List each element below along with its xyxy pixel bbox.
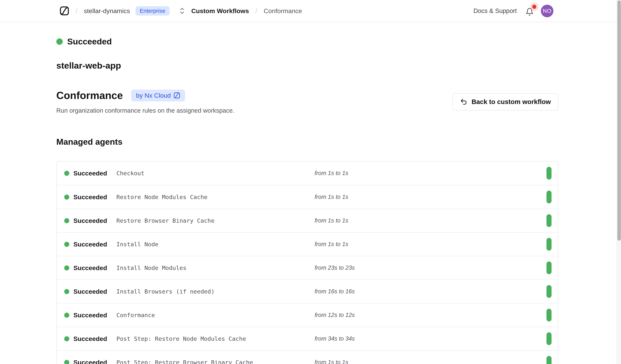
breadcrumb-separator: / [75,7,78,15]
success-dot-icon [64,218,69,223]
duration-bar-icon [547,285,552,298]
step-name: Restore Node Modules Cache [116,194,315,200]
agent-step-row[interactable]: Succeeded Install Node Modules from 23s … [57,256,558,280]
duration-bar-icon [547,214,552,227]
agent-step-row[interactable]: Succeeded Restore Browser Binary Cache f… [57,209,558,232]
back-to-custom-workflow-button[interactable]: Back to custom workflow [452,93,558,111]
step-status: Succeeded [73,217,116,224]
duration-bar-icon [547,167,552,180]
top-navigation-bar: / stellar-dynamics Enterprise Custom Wor… [0,0,617,22]
step-timing: from 1s to 1s [315,194,547,200]
step-name: Install Node [116,241,315,248]
step-status: Succeeded [73,359,116,364]
app-window: / stellar-dynamics Enterprise Custom Wor… [0,0,621,364]
step-status: Succeeded [73,241,116,248]
step-name: Install Node Modules [116,265,315,271]
step-timing: from 16s to 16s [315,288,547,295]
workspace-title: stellar-web-app [56,60,558,71]
agent-step-row[interactable]: Succeeded Install Node from 1s to 1s [57,232,558,256]
step-timing: from 23s to 23s [315,265,547,271]
by-nx-cloud-label: by Nx Cloud [136,92,171,99]
agent-step-row[interactable]: Succeeded Conformance from 12s to 12s [57,303,558,327]
step-status: Succeeded [73,264,116,272]
agent-step-row[interactable]: Succeeded Restore Node Modules Cache fro… [57,185,558,209]
step-status: Succeeded [73,335,116,342]
back-button-label: Back to custom workflow [472,98,551,106]
workflow-title: Conformance [56,89,123,101]
workflow-description: Run organization conformance rules on th… [56,107,234,114]
step-name: Restore Browser Binary Cache [116,217,315,224]
notifications-button[interactable] [525,6,534,16]
step-status: Succeeded [73,170,116,177]
nx-cloud-logo-icon [173,92,180,99]
agent-step-row[interactable]: Succeeded Checkout from 1s to 1s [57,161,558,185]
step-timing: from 12s to 12s [315,312,547,318]
enterprise-badge: Enterprise [136,6,170,16]
step-name: Checkout [116,170,315,176]
step-status: Succeeded [73,288,116,295]
success-dot-icon [56,38,63,45]
step-status: Succeeded [73,193,116,201]
run-status-label: Succeeded [67,37,112,47]
step-timing: from 1s to 1s [315,359,547,364]
undo-arrow-icon [460,98,467,106]
scrollbar-track[interactable] [617,0,621,364]
step-status: Succeeded [73,312,116,319]
agent-step-row[interactable]: Succeeded Install Browsers (if needed) f… [57,280,558,303]
bell-icon [525,8,534,16]
success-dot-icon [64,171,69,176]
step-name: Install Browsers (if needed) [116,288,315,295]
success-dot-icon [64,195,69,200]
success-dot-icon [64,242,69,247]
duration-bar-icon [547,309,552,321]
step-name: Conformance [116,312,315,318]
workflow-heading-block: Conformance by Nx Cloud Run organization… [56,89,234,114]
success-dot-icon [64,360,69,364]
duration-bar-icon [547,356,552,364]
chevron-up-down-icon[interactable] [178,7,186,15]
duration-bar-icon [547,332,552,345]
managed-agents-list: Succeeded Checkout from 1s to 1s Succeed… [56,161,558,364]
success-dot-icon [64,313,69,318]
step-timing: from 1s to 1s [315,170,547,176]
run-status: Succeeded [56,37,558,47]
success-dot-icon [64,265,69,270]
workflow-header: Conformance by Nx Cloud Run organization… [56,89,558,114]
docs-support-link[interactable]: Docs & Support [473,7,517,15]
main-content: Succeeded stellar-web-app Conformance by… [56,22,558,364]
duration-bar-icon [547,191,552,203]
step-name: Post Step: Restore Browser Binary Cache [116,359,315,364]
breadcrumb-org[interactable]: stellar-dynamics [84,7,130,15]
step-name: Post Step: Restore Node Modules Cache [116,335,315,342]
managed-agents-title: Managed agents [56,137,558,147]
success-dot-icon [64,336,69,341]
step-timing: from 34s to 34s [315,335,547,342]
breadcrumb: / stellar-dynamics Enterprise Custom Wor… [60,6,302,16]
nx-cloud-logo-icon[interactable] [60,6,69,16]
step-timing: from 1s to 1s [315,217,547,224]
success-dot-icon [64,289,69,294]
by-nx-cloud-badge[interactable]: by Nx Cloud [131,90,185,101]
duration-bar-icon [547,261,552,274]
avatar[interactable]: NO [541,5,553,17]
notification-dot [532,5,536,9]
duration-bar-icon [547,238,552,251]
agent-step-row[interactable]: Succeeded Post Step: Restore Browser Bin… [57,350,558,364]
breadcrumb-page: Conformance [264,7,302,15]
header-actions: Docs & Support NO [473,5,553,17]
breadcrumb-section[interactable]: Custom Workflows [191,7,249,15]
step-timing: from 1s to 1s [315,241,547,248]
breadcrumb-separator: / [255,7,257,15]
scrollbar-thumb[interactable] [618,0,621,241]
agent-step-row[interactable]: Succeeded Post Step: Restore Node Module… [57,327,558,350]
